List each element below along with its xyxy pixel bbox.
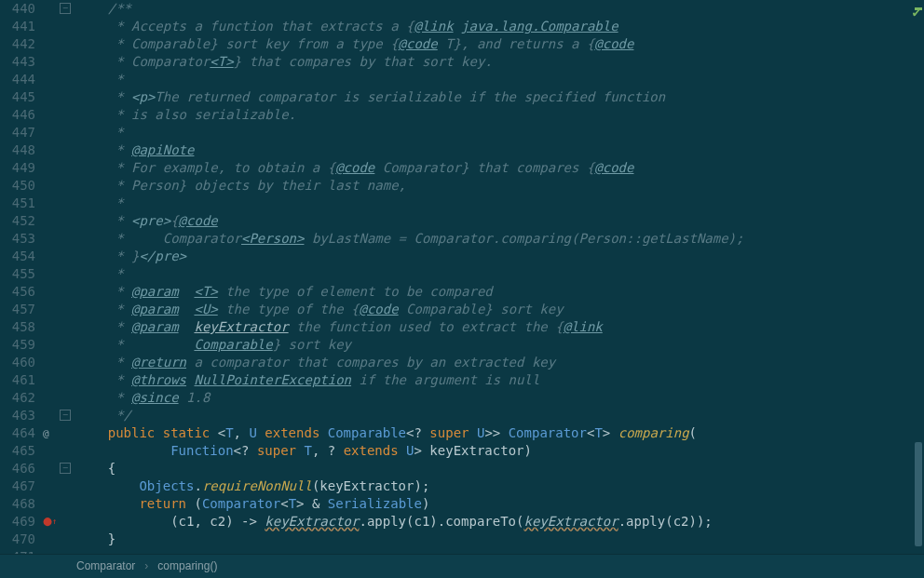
line-number: 466 bbox=[0, 460, 35, 477]
line-number: 451 bbox=[0, 195, 35, 212]
code-line[interactable]: { bbox=[76, 460, 924, 477]
breadcrumb[interactable]: Comparator › comparing() bbox=[0, 554, 924, 578]
code-line[interactable]: * @throws NullPointerException if the ar… bbox=[76, 371, 924, 389]
code-line[interactable]: * For example, to obtain a {@code Compar… bbox=[76, 159, 924, 177]
fold-column: −−− bbox=[60, 0, 73, 554]
line-number: 457 bbox=[0, 301, 35, 318]
line-number: 444 bbox=[0, 71, 35, 88]
line-number: 446 bbox=[0, 106, 35, 124]
line-number: 469 bbox=[0, 513, 35, 531]
line-number-gutter: 4404414424434444454464474484494504514524… bbox=[0, 0, 43, 554]
code-line[interactable]: * bbox=[76, 265, 924, 283]
code-line[interactable]: * @apiNote bbox=[76, 141, 924, 159]
code-line[interactable]: * <p>The returned comparator is serializ… bbox=[76, 88, 924, 106]
code-line[interactable]: /** bbox=[76, 0, 924, 18]
line-number: 440 bbox=[0, 0, 35, 18]
line-number: 458 bbox=[0, 318, 35, 336]
gutter-markers: @⬤↑ bbox=[43, 0, 60, 554]
line-number: 453 bbox=[0, 230, 35, 248]
code-line[interactable]: * <pre>{@code bbox=[76, 212, 924, 230]
code-line[interactable]: (c1, c2) -> keyExtractor.apply(c1).compa… bbox=[76, 513, 924, 531]
code-line[interactable]: */ bbox=[76, 407, 924, 424]
code-line[interactable]: * @param keyExtractor the function used … bbox=[76, 318, 924, 336]
gutter-mark-icon[interactable]: @ bbox=[43, 424, 49, 442]
line-number: 442 bbox=[0, 35, 35, 53]
breadcrumb-item[interactable]: Comparator bbox=[76, 558, 135, 575]
scroll-thumb[interactable] bbox=[915, 442, 922, 546]
code-line[interactable]: Objects.requireNonNull(keyExtractor); bbox=[76, 477, 924, 495]
code-line[interactable]: * Comparator<Person> byLastName = Compar… bbox=[76, 230, 924, 248]
code-line[interactable]: * bbox=[76, 195, 924, 212]
code-line[interactable]: return (Comparator<T> & Serializable) bbox=[76, 495, 924, 513]
code-line[interactable]: * Accepts a function that extracts a {@l… bbox=[76, 18, 924, 35]
code-line[interactable]: * Person} objects by their last name, bbox=[76, 177, 924, 195]
line-number: 463 bbox=[0, 407, 35, 424]
gutter-mark-icon[interactable]: ⬤↑ bbox=[43, 513, 57, 531]
line-number: 454 bbox=[0, 248, 35, 265]
code-line[interactable]: public static <T, U extends Comparable<?… bbox=[76, 424, 924, 442]
code-line[interactable]: * is also serializable. bbox=[76, 106, 924, 124]
fold-toggle-icon[interactable]: − bbox=[60, 410, 71, 421]
line-number: 455 bbox=[0, 265, 35, 283]
code-line[interactable]: * }</pre> bbox=[76, 248, 924, 265]
line-number: 459 bbox=[0, 336, 35, 354]
code-line[interactable]: * @param <U> the type of the {@code Comp… bbox=[76, 301, 924, 318]
inspection-ok-icon[interactable]: ✔ bbox=[913, 4, 920, 21]
code-line[interactable]: Function<? super T, ? extends U> keyExtr… bbox=[76, 442, 924, 460]
chevron-right-icon: › bbox=[144, 558, 148, 575]
code-area[interactable]: /** * Accepts a function that extracts a… bbox=[73, 0, 924, 554]
line-number: 456 bbox=[0, 283, 35, 301]
line-number: 447 bbox=[0, 124, 35, 141]
line-number: 452 bbox=[0, 212, 35, 230]
code-line[interactable]: * bbox=[76, 71, 924, 88]
code-line[interactable]: * Comparator<T>} that compares by that s… bbox=[76, 53, 924, 71]
fold-toggle-icon[interactable]: − bbox=[60, 3, 71, 14]
line-number: 448 bbox=[0, 141, 35, 159]
line-number: 443 bbox=[0, 53, 35, 71]
vertical-scrollbar[interactable] bbox=[913, 0, 922, 554]
code-editor[interactable]: 4404414424434444454464474484494504514524… bbox=[0, 0, 924, 554]
line-number: 450 bbox=[0, 177, 35, 195]
code-line[interactable]: * Comparable} sort key bbox=[76, 336, 924, 354]
code-line[interactable]: * @return a comparator that compares by … bbox=[76, 354, 924, 371]
line-number: 465 bbox=[0, 442, 35, 460]
code-line[interactable]: } bbox=[76, 531, 924, 548]
line-number: 464 bbox=[0, 424, 35, 442]
line-number: 449 bbox=[0, 159, 35, 177]
code-line[interactable]: * Comparable} sort key from a type {@cod… bbox=[76, 35, 924, 53]
line-number: 470 bbox=[0, 531, 35, 548]
fold-toggle-icon[interactable]: − bbox=[60, 463, 71, 474]
line-number: 468 bbox=[0, 495, 35, 513]
line-number: 445 bbox=[0, 88, 35, 106]
line-number: 461 bbox=[0, 371, 35, 389]
code-line[interactable]: * @since 1.8 bbox=[76, 389, 924, 407]
code-line[interactable]: * bbox=[76, 124, 924, 141]
line-number: 467 bbox=[0, 477, 35, 495]
line-number: 441 bbox=[0, 18, 35, 35]
breadcrumb-item[interactable]: comparing() bbox=[157, 558, 217, 575]
line-number: 462 bbox=[0, 389, 35, 407]
line-number: 460 bbox=[0, 354, 35, 371]
code-line[interactable]: * @param <T> the type of element to be c… bbox=[76, 283, 924, 301]
